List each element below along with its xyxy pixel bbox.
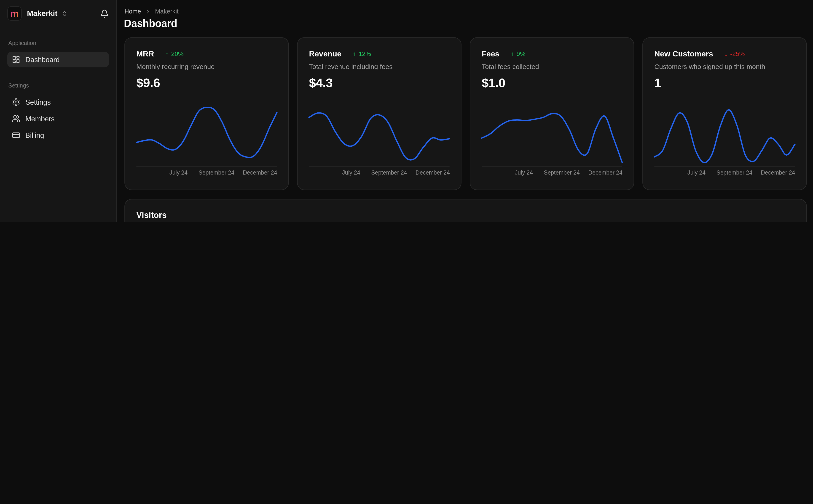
sidebar-header: m Makerkit <box>0 0 116 21</box>
stat-value: $4.3 <box>309 76 449 90</box>
sparkline-x-axis: July 24 September 24 December 24 <box>482 169 622 177</box>
nav-label: Members <box>25 115 55 122</box>
credit-card-icon <box>12 131 20 139</box>
stat-title: MRR <box>136 49 154 58</box>
arrow-up-icon: ↑ <box>511 50 514 57</box>
sidebar-section-settings: Settings Settings Members Billing <box>0 82 116 143</box>
makerkit-logo: m <box>7 6 22 21</box>
stat-value: $1.0 <box>482 76 622 90</box>
stat-card-new-customers: New Customers ↓-25% Customers who signed… <box>643 37 807 190</box>
stat-title: Revenue <box>309 49 341 58</box>
stat-description: Customers who signed up this month <box>654 63 795 70</box>
sparkline-chart <box>482 101 622 166</box>
stat-description: Total revenue including fees <box>309 63 449 70</box>
visitors-card: Visitors Showing total visitors for the … <box>124 199 807 222</box>
sidebar: m Makerkit Application Dashboard <box>0 0 117 222</box>
axis-tick: September 24 <box>198 169 235 175</box>
gear-icon <box>12 98 20 106</box>
stat-title: Fees <box>482 49 499 58</box>
stat-description: Monthly recurring revenue <box>136 63 277 70</box>
breadcrumb: Home Makerkit <box>124 8 178 15</box>
stat-card-mrr: MRR ↑20% Monthly recurring revenue $9.6 … <box>124 37 289 190</box>
team-name: Makerkit <box>27 9 57 18</box>
notifications-button[interactable] <box>100 9 109 18</box>
trend-badge: ↑9% <box>511 50 525 57</box>
sidebar-item-settings[interactable]: Settings <box>7 94 109 110</box>
stat-card-revenue: Revenue ↑12% Total revenue including fee… <box>297 37 461 190</box>
axis-tick: September 24 <box>717 169 752 175</box>
arrow-up-icon: ↑ <box>353 50 356 57</box>
axis-tick: September 24 <box>544 169 580 175</box>
sparkline-chart <box>309 101 449 166</box>
chevrons-up-down-icon <box>61 10 68 17</box>
axis-tick: July 24 <box>688 169 706 175</box>
axis-tick: December 24 <box>243 169 277 175</box>
arrow-down-icon: ↓ <box>725 50 728 57</box>
stat-value: $9.6 <box>136 76 277 90</box>
sidebar-section-application: Application Dashboard <box>0 40 116 67</box>
sidebar-item-dashboard[interactable]: Dashboard <box>7 52 109 67</box>
axis-tick: July 24 <box>169 169 187 175</box>
sparkline-x-axis: July 24 September 24 December 24 <box>309 169 449 177</box>
stat-description: Total fees collected <box>482 63 622 70</box>
arrow-up-icon: ↑ <box>165 50 169 57</box>
stat-cards-row: MRR ↑20% Monthly recurring revenue $9.6 … <box>124 37 807 190</box>
stat-value: 1 <box>654 76 795 90</box>
layout-dashboard-icon <box>12 56 20 64</box>
axis-tick: September 24 <box>371 169 407 175</box>
section-label: Application <box>7 40 109 46</box>
main-content: Home Makerkit Dashboard MRR ↑20% Monthly… <box>117 0 813 222</box>
breadcrumb-home-link[interactable]: Home <box>124 8 141 15</box>
axis-tick: December 24 <box>761 169 795 175</box>
trend-badge: ↓-25% <box>725 50 745 57</box>
axis-tick: December 24 <box>588 169 623 175</box>
nav-label: Dashboard <box>25 56 60 64</box>
chevron-right-icon <box>145 8 151 14</box>
axis-tick: July 24 <box>342 169 360 175</box>
section-label: Settings <box>7 82 109 88</box>
sparkline-chart <box>136 101 277 166</box>
team-picker[interactable]: Makerkit <box>27 9 68 18</box>
axis-tick: December 24 <box>416 169 450 175</box>
app: m Makerkit Application Dashboard <box>0 0 813 222</box>
users-icon <box>12 114 20 123</box>
stat-card-fees: Fees ↑9% Total fees collected $1.0 July … <box>470 37 634 190</box>
nav-label: Billing <box>25 131 44 139</box>
axis-tick: July 24 <box>515 169 533 175</box>
sparkline-x-axis: July 24 September 24 December 24 <box>136 169 277 177</box>
page-title: Dashboard <box>124 18 177 29</box>
sidebar-item-members[interactable]: Members <box>7 111 109 126</box>
nav-label: Settings <box>25 98 51 106</box>
breadcrumb-current: Makerkit <box>155 8 178 15</box>
sparkline-x-axis: July 24 September 24 December 24 <box>654 169 795 177</box>
visitors-title: Visitors <box>136 211 795 220</box>
sidebar-item-billing[interactable]: Billing <box>7 127 109 143</box>
sparkline-chart <box>654 101 795 166</box>
trend-badge: ↑20% <box>165 50 183 57</box>
stat-title: New Customers <box>654 49 713 58</box>
bell-icon <box>100 9 109 18</box>
logo-letter: m <box>10 8 19 18</box>
trend-badge: ↑12% <box>353 50 371 57</box>
